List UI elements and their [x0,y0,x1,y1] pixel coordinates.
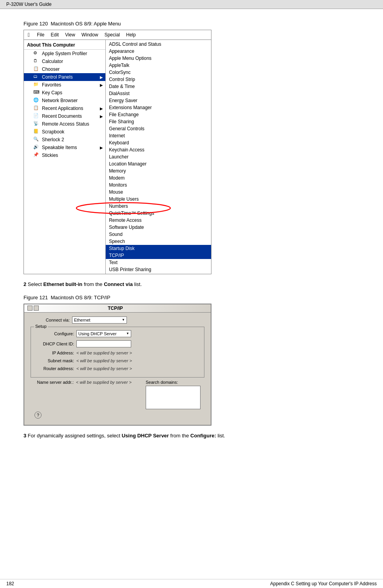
submenu-startup-disk[interactable]: Startup Disk [106,245,211,252]
nameserver-label: Name server addr.: [31,380,74,385]
figure2-label: Figure 121 Macintosh OS 8/9: TCP/IP [23,295,360,300]
apple-icon[interactable]:  [24,31,34,39]
tcpip-titlebar: TCP/IP [24,304,211,313]
menu-item-chooser[interactable]: 📋 Chooser [24,65,105,73]
recent-docs-icon: 📄 [33,113,40,119]
submenu-sound[interactable]: Sound [106,231,211,238]
footer-left: 182 [6,581,14,586]
submenu-usb-printer[interactable]: USB Printer Sharing [106,266,211,273]
setup-label: Setup [34,324,48,329]
menu-item-speakable[interactable]: 🔊 Speakable Items [24,144,105,151]
connect-via-arrow: ▼ [122,318,125,322]
submenu-mouse[interactable]: Mouse [106,189,211,196]
menu-item-profiler[interactable]: ⚙ Apple System Profiler [24,50,105,58]
submenu-colorsync[interactable]: ColorSync [106,69,211,76]
connect-via-label: Connect via: [31,318,70,322]
menu-item-keycaps[interactable]: ⌨ Key Caps [24,89,105,97]
search-domains-label: Search domains: [146,380,178,385]
dhcp-label: DHCP Client ID: [35,342,74,346]
zoom-button[interactable] [34,306,39,311]
page-header: P-320W User's Guide [0,0,383,9]
submenu-numbers[interactable]: Numbers [106,203,211,210]
submenu-apple-menu-options[interactable]: Apple Menu Options [106,55,211,62]
menu-item-remote-access[interactable]: 📡 Remote Access Status [24,120,105,128]
submenu-launcher[interactable]: Launcher [106,153,211,160]
nameserver-search-row: Name server addr.: < will be supplied by… [31,380,204,409]
router-label: Router address: [35,366,74,371]
tcpip-body: Connect via: Ethernet ▼ Setup Configure:… [24,313,211,425]
submenu-extensions-manager[interactable]: Extensions Manager [106,104,211,111]
submenu-dialassist[interactable]: DialAssist [106,90,211,97]
page-footer: 182 Appendix C Setting up Your Computer'… [0,579,383,588]
ip-value: < will be supplied by server > [76,351,132,355]
connect-via-row: Connect via: Ethernet ▼ [31,316,204,324]
tcpip-title: TCP/IP [40,306,190,311]
mac-right-submenu: ADSL Control and Status Appearance Apple… [106,40,211,274]
about-this-computer[interactable]: About This Computer [24,41,105,50]
router-value: < will be supplied by server > [76,366,132,371]
subnet-label: Subnet mask: [35,358,74,363]
submenu-file-sharing[interactable]: File Sharing [106,118,211,125]
submenu-multiple-users[interactable]: Multiple Users [106,196,211,203]
submenu-software-update[interactable]: Software Update [106,224,211,231]
submenu-file-exchange[interactable]: File Exchange [106,111,211,118]
search-domains-input[interactable] [146,386,201,409]
menu-item-recent-docs[interactable]: 📄 Recent Documents [24,112,105,120]
mac-menubar:  File Edit View Window Special Help [24,30,211,40]
submenu-control-strip[interactable]: Control Strip [106,76,211,83]
submenu-appletalk[interactable]: AppleTalk [106,62,211,69]
setup-section: Setup Configure: Using DHCP Server ▼ DHC… [31,327,204,378]
view-menu[interactable]: View [62,31,78,38]
submenu-modem[interactable]: Modem [106,174,211,182]
figure1-label: Figure 120 Macintosh OS 8/9: Apple Menu [23,21,360,27]
menu-item-stickies[interactable]: 📌 Stickies [24,151,105,159]
submenu-monitors[interactable]: Monitors [106,182,211,189]
submenu-general-controls[interactable]: General Controls [106,125,211,132]
edit-menu[interactable]: Edit [47,31,62,38]
submenu-memory[interactable]: Memory [106,167,211,174]
help-menu[interactable]: Help [123,31,139,38]
configure-arrow: ▼ [126,332,129,335]
submenu-adsl[interactable]: ADSL Control and Status [106,41,211,48]
router-row: Router address: < will be supplied by se… [35,366,200,371]
help-button[interactable]: ? [34,412,42,419]
submenu-text[interactable]: Text [106,259,211,266]
control-panels-icon: 🗂 [33,74,40,80]
ip-label: IP Address: [35,351,74,355]
menu-item-favorites[interactable]: 📁 Favorites [24,81,105,89]
submenu-appearance[interactable]: Appearance [106,48,211,55]
menu-item-sherlock[interactable]: 🔍 Sherlock 2 [24,136,105,144]
submenu-keyboard[interactable]: Keyboard [106,139,211,146]
stickies-icon: 📌 [33,152,40,158]
dhcp-input[interactable] [76,340,131,347]
menu-item-recent-apps[interactable]: 📋 Recent Applications [24,104,105,112]
menu-item-network-browser[interactable]: 🌐 Network Browser [24,97,105,104]
close-button[interactable] [27,306,33,311]
special-menu[interactable]: Special [101,31,123,38]
submenu-quicktime[interactable]: QuickTime™ Settings [106,210,211,217]
footer-right: Appendix C Setting up Your Computer's IP… [270,581,377,586]
submenu-speech[interactable]: Speech [106,238,211,245]
subnet-row: Subnet mask: < will be supplied by serve… [35,358,200,363]
titlebar-buttons [27,306,39,311]
connect-via-dropdown[interactable]: Ethernet ▼ [72,316,127,324]
submenu-energy-saver[interactable]: Energy Saver [106,97,211,104]
submenu-remote-access[interactable]: Remote Access [106,217,211,224]
configure-row: Configure: Using DHCP Server ▼ [35,330,200,337]
menu-item-calculator[interactable]: 🗒 Calculator [24,58,105,65]
submenu-date-time[interactable]: Date & Time [106,83,211,90]
window-menu[interactable]: Window [78,31,101,38]
submenu-internet[interactable]: Internet [106,132,211,139]
submenu-tcp-ip[interactable]: TCP/IP [106,252,211,259]
menu-item-scrapbook[interactable]: 📒 Scrapbook [24,128,105,136]
nameserver-value: < will be supplied by server > [76,380,132,385]
favorites-icon: 📁 [33,82,40,88]
dhcp-row: DHCP Client ID: [35,340,200,347]
configure-dropdown[interactable]: Using DHCP Server ▼ [76,330,131,337]
mac-menu-content: About This Computer ⚙ Apple System Profi… [24,40,211,274]
submenu-keychain[interactable]: Keychain Access [106,146,211,153]
menu-item-control-panels[interactable]: 🗂 Control Panels [24,73,105,81]
submenu-location-manager[interactable]: Location Manager [106,160,211,167]
subnet-value: < will be supplied by server > [76,358,132,363]
file-menu[interactable]: File [34,31,47,38]
